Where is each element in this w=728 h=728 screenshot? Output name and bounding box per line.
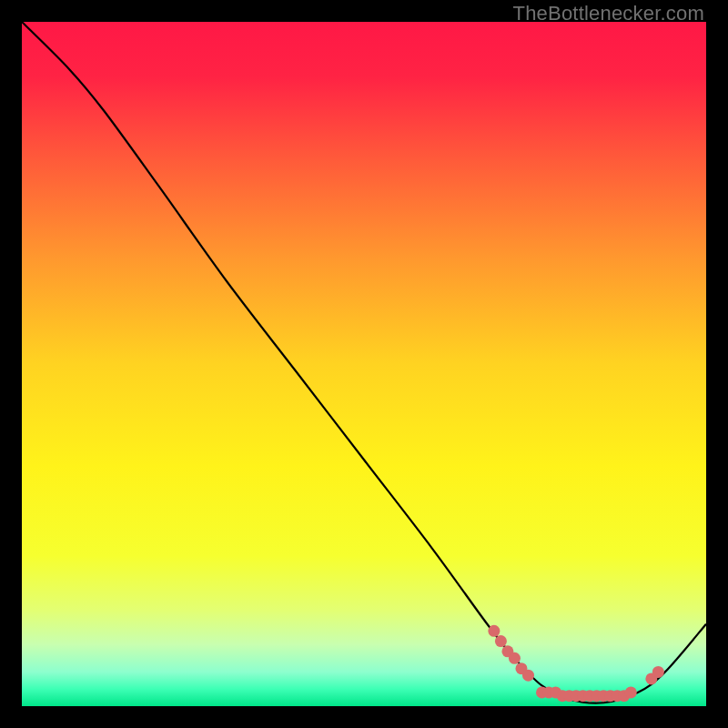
data-marker (488, 625, 500, 637)
bottleneck-curve (22, 22, 706, 703)
data-marker (522, 670, 534, 682)
data-marker (509, 652, 521, 664)
data-markers (488, 625, 663, 702)
data-marker (495, 635, 507, 647)
data-marker (625, 686, 637, 698)
data-marker (652, 666, 664, 678)
chart-frame: TheBottlenecker.com (0, 0, 728, 728)
curve-layer (22, 22, 706, 706)
plot-area (22, 22, 706, 706)
